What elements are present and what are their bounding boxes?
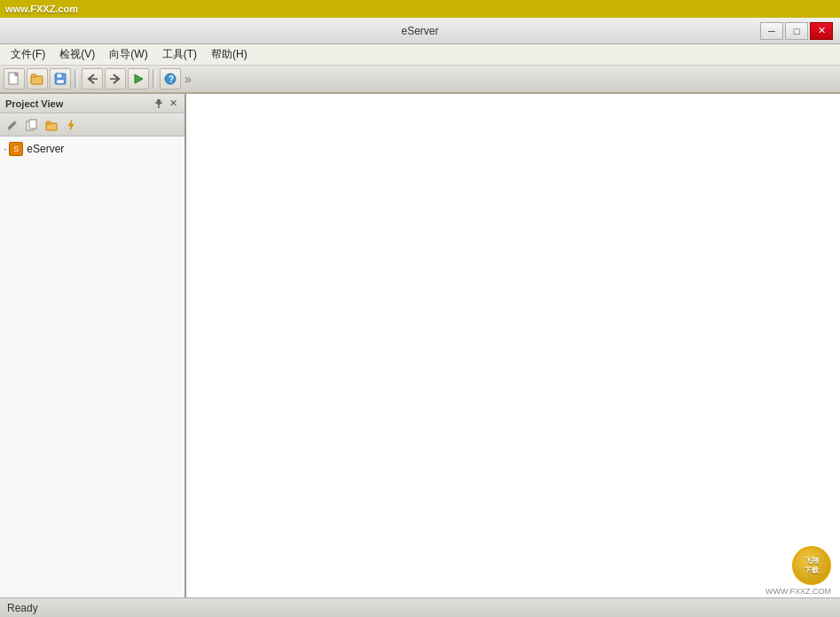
svg-rect-6 [57, 74, 62, 78]
menu-view[interactable]: 检视(V) [52, 45, 102, 64]
project-panel-title: Project View [5, 98, 63, 109]
status-text: Ready [7, 602, 38, 614]
project-tree: ··· S eServer [0, 137, 184, 597]
menu-help[interactable]: 帮助(H) [204, 45, 255, 64]
help-icon: ? [163, 72, 177, 86]
panel-action-button[interactable] [62, 116, 80, 134]
top-banner: www.FXXZ.com [0, 0, 840, 18]
svg-text:?: ? [169, 74, 174, 84]
folder-icon [45, 119, 58, 131]
run-button[interactable] [128, 68, 149, 90]
panel-folder-button[interactable] [43, 116, 60, 134]
lightning-icon [65, 119, 77, 131]
open-button[interactable] [27, 68, 48, 90]
save-icon [53, 72, 67, 86]
content-area [186, 94, 840, 597]
toolbar-sep-2 [153, 70, 156, 88]
menu-tools[interactable]: 工具(T) [155, 45, 204, 64]
tree-item-eserver[interactable]: ··· S eServer [0, 140, 184, 158]
project-panel: Project View ✕ [0, 94, 186, 597]
pencil-icon [6, 119, 19, 131]
panel-close-button[interactable]: ✕ [167, 98, 179, 110]
back-button[interactable] [82, 68, 103, 90]
app-title: eServer [401, 25, 438, 37]
minimize-button[interactable]: ─ [760, 22, 783, 40]
new-button[interactable] [4, 68, 25, 90]
panel-toolbar [0, 113, 184, 137]
panel-edit-button[interactable] [4, 116, 21, 134]
menu-wizard[interactable]: 向导(W) [102, 45, 154, 64]
banner-text: www.FXXZ.com [5, 4, 78, 14]
status-left: Ready [7, 602, 38, 614]
help-button[interactable]: ? [160, 68, 181, 90]
svg-rect-4 [31, 74, 36, 77]
main-toolbar: ? » [0, 66, 840, 94]
main-area: Project View ✕ [0, 94, 840, 597]
open-icon [30, 72, 44, 86]
tree-item-label: eServer [27, 143, 64, 155]
tree-expand-dots: ··· [4, 144, 5, 154]
tree-item-icon: S [9, 142, 23, 156]
menu-bar: 文件(F) 检视(V) 向导(W) 工具(T) 帮助(H) [0, 44, 840, 66]
back-icon [85, 72, 99, 86]
run-icon [131, 72, 145, 86]
svg-rect-20 [46, 121, 51, 124]
panel-pin-button[interactable] [153, 98, 165, 110]
bottom-watermark: 飞翔下载 WWW.FXXZ.COM [765, 546, 831, 596]
svg-marker-21 [68, 120, 74, 130]
svg-marker-10 [135, 74, 143, 83]
watermark-circle-text: 飞翔下载 [805, 556, 819, 575]
copy-icon [26, 119, 38, 131]
toolbar-overflow-icon[interactable]: » [184, 72, 192, 86]
project-panel-header: Project View ✕ [0, 94, 184, 113]
new-icon [7, 72, 21, 86]
restore-button[interactable]: □ [785, 22, 808, 40]
status-bar: Ready [0, 597, 840, 617]
save-button[interactable] [50, 68, 71, 90]
forward-icon [108, 72, 122, 86]
close-button[interactable]: ✕ [810, 22, 833, 40]
title-bar: eServer ─ □ ✕ [0, 18, 840, 44]
window-controls: ─ □ ✕ [760, 22, 833, 40]
pin-icon [154, 99, 163, 108]
menu-file[interactable]: 文件(F) [4, 45, 52, 64]
svg-rect-18 [29, 120, 36, 129]
panel-controls: ✕ [153, 98, 179, 110]
svg-rect-7 [57, 80, 64, 83]
watermark-url: WWW.FXXZ.COM [765, 587, 831, 596]
watermark-circle: 飞翔下载 [792, 546, 831, 585]
svg-rect-13 [157, 99, 161, 105]
forward-button[interactable] [105, 68, 126, 90]
toolbar-sep-1 [75, 70, 78, 88]
panel-copy-button[interactable] [23, 116, 41, 134]
